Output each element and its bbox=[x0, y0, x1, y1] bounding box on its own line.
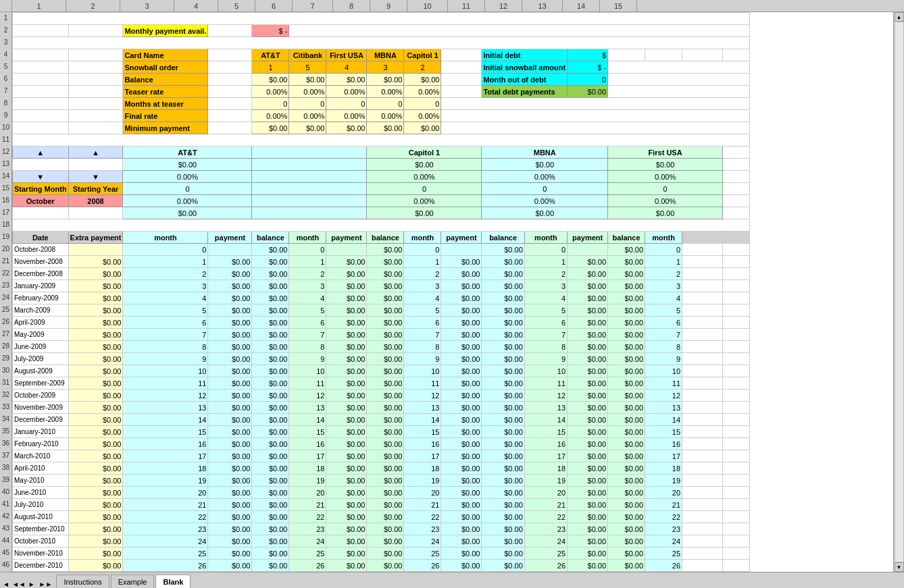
starting-year-val[interactable]: 2008 bbox=[68, 195, 123, 207]
extra-cell[interactable]: $0.00 bbox=[68, 390, 123, 402]
extra-cell[interactable]: $0.00 bbox=[68, 292, 123, 304]
tr-4[interactable]: 0.00% bbox=[367, 86, 404, 98]
data-cell: 21 bbox=[524, 499, 567, 511]
row-num-3: 3 bbox=[0, 36, 11, 49]
fr-4[interactable]: 0.00% bbox=[367, 110, 404, 122]
data-cell: $0.00 bbox=[568, 523, 608, 535]
data-cell: 6 bbox=[289, 317, 326, 329]
tab-nav-right[interactable]: ► bbox=[28, 581, 35, 588]
bal-3[interactable]: $0.00 bbox=[326, 74, 367, 86]
extra-cell[interactable]: $0.00 bbox=[68, 450, 123, 462]
fr-1[interactable]: 0.00% bbox=[252, 110, 289, 122]
data-row: April-2010$0.0018$0.00$0.0018$0.00$0.001… bbox=[13, 462, 750, 475]
mt-2[interactable]: 0 bbox=[289, 98, 326, 110]
scroll-down-button[interactable]: ▼ bbox=[895, 562, 904, 572]
up-arrow-2[interactable]: ▲ bbox=[68, 146, 123, 159]
extra-cell[interactable]: $0.00 bbox=[68, 511, 123, 523]
mp-1[interactable]: $0.00 bbox=[252, 122, 289, 134]
group-att: AT&T bbox=[123, 146, 252, 159]
extra-cell[interactable]: $0.00 bbox=[68, 341, 123, 353]
extra-cell[interactable]: $0.00 bbox=[68, 547, 123, 560]
fusa-val2: 0.00% bbox=[608, 171, 723, 183]
extra-cell[interactable]: $0.00 bbox=[68, 365, 123, 377]
mp-3[interactable]: $0.00 bbox=[326, 122, 367, 134]
row-16-starting-vals: October 2008 0.00% 0.00% 0.00% 0.00% bbox=[13, 195, 750, 207]
initial-debt-val[interactable]: $ bbox=[568, 49, 608, 61]
scroll-up-button[interactable]: ▲ bbox=[895, 12, 904, 22]
data-cell: $0.00 bbox=[482, 256, 524, 268]
extra-cell[interactable]: $0.00 bbox=[68, 402, 123, 414]
data-cell: $0.00 bbox=[252, 402, 289, 414]
initial-snowball-val[interactable]: $ - bbox=[568, 61, 608, 74]
tr-2[interactable]: 0.00% bbox=[289, 86, 326, 98]
mt-4[interactable]: 0 bbox=[367, 98, 404, 110]
date-cell: December-2008 bbox=[13, 268, 69, 280]
row-num-40: 40 bbox=[0, 486, 11, 498]
starting-month-val[interactable]: October bbox=[13, 195, 69, 207]
mt-1[interactable]: 0 bbox=[252, 98, 289, 110]
extra-cell[interactable]: $0.00 bbox=[68, 426, 123, 438]
extra-cell[interactable]: $0.00 bbox=[68, 317, 123, 329]
extra-cell[interactable]: $0.00 bbox=[68, 353, 123, 365]
extra-cell[interactable]: $0.00 bbox=[68, 280, 123, 292]
tab-instructions[interactable]: Instructions bbox=[56, 574, 109, 588]
extra-cell[interactable]: $0.00 bbox=[68, 329, 123, 341]
extra-cell[interactable]: $0.00 bbox=[68, 475, 123, 487]
up-arrow-1[interactable]: ▲ bbox=[13, 146, 69, 159]
bal-2[interactable]: $0.00 bbox=[289, 74, 326, 86]
data-cell: 18 bbox=[404, 462, 441, 475]
grid[interactable]: Monthly payment avail. $ - Card Name bbox=[12, 12, 893, 572]
bal-1[interactable]: $0.00 bbox=[252, 74, 289, 86]
extra-cell[interactable]: $0.00 bbox=[68, 487, 123, 499]
bal-4[interactable]: $0.00 bbox=[367, 74, 404, 86]
down-arrow-2[interactable]: ▼ bbox=[68, 171, 123, 183]
tab-nav-left2[interactable]: ◄◄ bbox=[12, 581, 26, 588]
extra-cell[interactable]: $0.00 bbox=[68, 268, 123, 280]
date-cell: October-2008 bbox=[13, 244, 69, 256]
vertical-scrollbar[interactable]: ▲ ▼ bbox=[893, 12, 904, 572]
fr-3[interactable]: 0.00% bbox=[326, 110, 367, 122]
bal-5[interactable]: $0.00 bbox=[404, 74, 441, 86]
tab-nav-right2[interactable]: ►► bbox=[39, 581, 53, 588]
tab-blank[interactable]: Blank bbox=[155, 574, 191, 588]
extra-cell[interactable]: $0.00 bbox=[68, 535, 123, 547]
extra-cell[interactable]: $0.00 bbox=[68, 523, 123, 535]
fusa-val4: 0.00% bbox=[608, 195, 723, 207]
extra-cell[interactable]: $0.00 bbox=[68, 377, 123, 390]
fr-5[interactable]: 0.00% bbox=[404, 110, 441, 122]
extra-cell[interactable]: $0.00 bbox=[68, 560, 123, 572]
extra-cell[interactable]: $0.00 bbox=[68, 462, 123, 475]
extra-cell[interactable]: $0.00 bbox=[68, 414, 123, 426]
mt-3[interactable]: 0 bbox=[326, 98, 367, 110]
extra-cell[interactable]: $0.00 bbox=[68, 572, 123, 572]
mp-5[interactable]: $0.00 bbox=[404, 122, 441, 134]
mp-2[interactable]: $0.00 bbox=[289, 122, 326, 134]
extra-cell[interactable] bbox=[68, 244, 123, 256]
data-cell: $0.00 bbox=[367, 426, 404, 438]
tr-1[interactable]: 0.00% bbox=[252, 86, 289, 98]
tab-nav-left[interactable]: ◄ bbox=[3, 581, 9, 588]
empty-cell bbox=[723, 523, 750, 535]
fr-2[interactable]: 0.00% bbox=[289, 110, 326, 122]
data-cell: 24 bbox=[645, 535, 682, 547]
tr-3[interactable]: 0.00% bbox=[326, 86, 367, 98]
down-arrow-1[interactable]: ▼ bbox=[13, 171, 69, 183]
mp-4[interactable]: $0.00 bbox=[367, 122, 404, 134]
data-cell: 18 bbox=[123, 462, 208, 475]
mt-5[interactable]: 0 bbox=[404, 98, 441, 110]
monthly-payment-value[interactable]: $ - bbox=[252, 25, 289, 37]
data-cell: 20 bbox=[289, 487, 326, 499]
data-cell: $0.00 bbox=[608, 535, 645, 547]
scroll-track[interactable] bbox=[895, 22, 904, 562]
data-cell: $0.00 bbox=[367, 535, 404, 547]
extra-cell[interactable]: $0.00 bbox=[68, 256, 123, 268]
extra-cell[interactable]: $0.00 bbox=[68, 304, 123, 317]
tab-example[interactable]: Example bbox=[111, 574, 155, 588]
date-cell: December-2009 bbox=[13, 414, 69, 426]
tr-5[interactable]: 0.00% bbox=[404, 86, 441, 98]
row-num-27: 27 bbox=[0, 328, 11, 340]
extra-cell[interactable]: $0.00 bbox=[68, 438, 123, 450]
extra-cell[interactable]: $0.00 bbox=[68, 499, 123, 511]
row-num-22: 22 bbox=[0, 267, 11, 279]
months-teaser-label: Months at teaser bbox=[123, 98, 208, 110]
